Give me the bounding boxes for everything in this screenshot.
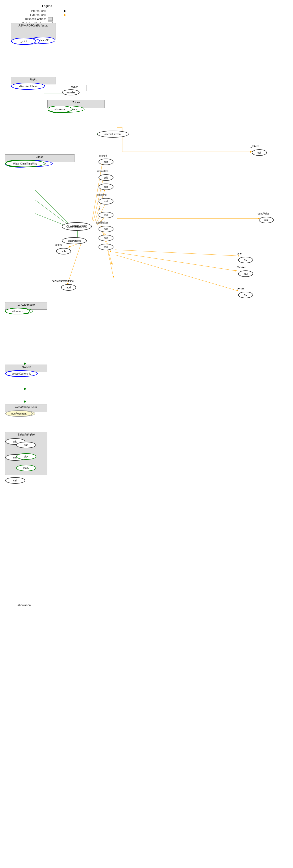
stketime-label: stketime xyxy=(97,193,107,196)
legend-line-external xyxy=(48,15,63,15)
amount-group-label: _amount xyxy=(97,154,107,157)
erc20-allowance[interactable]: allowance xyxy=(5,308,30,314)
owned-acceptownership[interactable]: acceptOwnership xyxy=(5,370,38,377)
stake-watchclaimtimemins[interactable]: WatchClaimTimeMins xyxy=(5,160,45,167)
legend-line-internal xyxy=(48,11,63,11)
a-mul[interactable]: mul xyxy=(99,212,113,218)
mojito-title: Mojito xyxy=(11,77,56,82)
amount-sub[interactable]: sub xyxy=(99,159,113,165)
safemath-sub[interactable]: sub xyxy=(16,442,36,448)
rewardtoken-title: REWARDTOKEN (iface) xyxy=(11,23,56,28)
safemath-mod[interactable]: mod ● xyxy=(16,465,36,471)
percent-label: percent xyxy=(237,287,245,290)
tokens2-sub[interactable]: sub xyxy=(56,248,71,254)
totalstakes-sub[interactable]: sub xyxy=(99,235,113,241)
svg-line-8 xyxy=(35,190,70,225)
tokens2-label: tokens xyxy=(55,244,62,246)
totalstakes-add[interactable]: add xyxy=(99,226,113,232)
time-div[interactable]: div xyxy=(238,257,253,263)
rewardfee-add[interactable]: add xyxy=(99,174,113,181)
tokens-label: _tokens xyxy=(251,145,259,148)
safemath-group: SafeMath (lib) add sub mul div ● mod ● c… xyxy=(5,432,47,475)
rewardfee-label: rewardfee xyxy=(97,170,108,173)
legend-label-internal: Internal Call xyxy=(15,9,48,12)
allowance-bottom-label: allowance xyxy=(17,603,31,607)
reentrancy-group: ReentrancyGuard <Constructor> nonReentra… xyxy=(5,405,47,412)
mojito-group: Mojito <Constructor> <Receive Ether> xyxy=(11,77,56,84)
svg-line-24 xyxy=(115,255,238,291)
diagram-container: Legend Internal Call ▶ External Call ▶ D… xyxy=(0,0,293,868)
svg-point-30 xyxy=(24,401,26,403)
token-group: Token balanceOf transferFrom transfer tr… xyxy=(47,100,105,108)
owner-transfer[interactable]: transfer xyxy=(62,89,79,95)
erc20-title: ERC20 (iface) xyxy=(5,302,47,307)
legend-item-external: External Call ▶ xyxy=(15,13,79,17)
stketime-mul[interactable]: mul xyxy=(99,198,113,205)
rewardtoken-group: REWARDTOKEN (iface) balanceOf allowance … xyxy=(11,23,56,39)
time-label: time xyxy=(237,252,242,255)
legend-arrow-external: ▶ xyxy=(64,13,66,17)
safemath-ceil[interactable]: ceil xyxy=(5,477,25,484)
stake-title: Stake xyxy=(5,155,75,159)
a-label: a xyxy=(99,207,100,210)
token-allowance[interactable]: allowance xyxy=(48,105,73,113)
legend-rect-defined xyxy=(48,17,52,21)
svg-line-22 xyxy=(115,250,240,256)
legend-item-internal: Internal Call ▶ xyxy=(15,9,79,12)
claimreward-node[interactable]: CLAIMREWARD xyxy=(62,222,92,231)
erc20-group: ERC20 (iface) balanceOf transfer transfe… xyxy=(5,302,47,310)
svg-line-23 xyxy=(115,252,237,271)
svg-point-29 xyxy=(24,388,26,390)
owned-group: Owned onlyOwner changeOwner acceptOwners… xyxy=(5,365,47,372)
reentrancy-nonreentrant[interactable]: nonReentrant xyxy=(5,410,33,417)
cstaked-mul[interactable]: mul xyxy=(238,271,253,277)
legend-title: Legend xyxy=(15,4,79,8)
legend-label-external: External Call xyxy=(15,13,48,17)
svg-line-9 xyxy=(35,200,70,226)
mojito-receive[interactable]: <Receive Ether> xyxy=(11,83,45,90)
reentrancy-title: ReentrancyGuard xyxy=(5,405,47,409)
safemath-div[interactable]: div ● xyxy=(16,453,36,460)
token-title: Token xyxy=(48,100,105,105)
tokens-ceil[interactable]: ceil xyxy=(252,149,267,156)
roundvalue-label: roundValue xyxy=(257,212,269,215)
svg-line-25 xyxy=(67,240,82,285)
rewardtoken-mint[interactable]: _mint xyxy=(11,38,36,45)
totalstakes-mul[interactable]: mul xyxy=(99,244,113,250)
legend-label-defined: Defined Contract xyxy=(15,18,48,21)
cstaked-label: Cstaked xyxy=(237,266,246,269)
rewardfee-sub[interactable]: sub xyxy=(99,184,113,190)
percent-div[interactable]: div xyxy=(238,292,253,298)
safemath-title: SafeMath (lib) xyxy=(5,432,47,437)
onehalfpercent-node[interactable]: onehalfPercent xyxy=(97,131,129,137)
owned-title: Owned xyxy=(5,365,47,369)
svg-point-27 xyxy=(24,363,26,365)
newrewardstarttime-add[interactable]: add xyxy=(61,284,76,291)
newrewardstarttime-label: newrewardstarttime xyxy=(52,280,74,282)
onepercent-node[interactable]: onePercent xyxy=(62,237,87,244)
legend-item-defined: Defined Contract xyxy=(15,17,79,21)
stake-group: Stake <Constructor> onlyOwner CLAIMREWAR… xyxy=(5,154,75,162)
roundvalue-mul[interactable]: mul xyxy=(259,217,274,223)
legend-arrow-internal: ▶ xyxy=(64,9,66,12)
totalstakes-label: totalStakes xyxy=(96,221,108,224)
owner-box: owner transfer xyxy=(62,85,87,91)
owner-label: owner xyxy=(62,85,86,89)
